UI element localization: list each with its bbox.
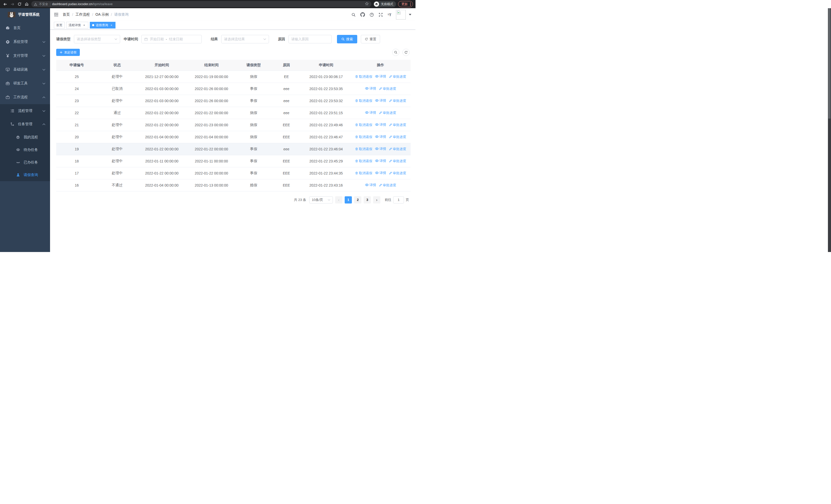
browser-update-menu[interactable]: 更新 [398, 1, 413, 7]
progress-link[interactable]: 审批进度 [389, 98, 406, 103]
detail-link[interactable]: 详情 [375, 158, 386, 163]
robot-icon [16, 135, 20, 139]
breadcrumb-oa[interactable]: OA 示例 [95, 12, 109, 17]
chevron-down-icon [42, 69, 46, 70]
browser-forward-icon[interactable] [10, 2, 15, 7]
browser-refresh-icon[interactable] [17, 2, 22, 7]
progress-link[interactable]: 审批进度 [379, 183, 396, 187]
cancel-link[interactable]: 取消请假 [355, 123, 372, 127]
app-title: 芋道管理系统 [18, 12, 39, 17]
progress-link[interactable]: 审批进度 [389, 159, 406, 164]
progress-link[interactable]: 审批进度 [389, 123, 406, 127]
list-icon [10, 109, 15, 113]
edit-icon [389, 75, 392, 78]
security-warning-icon[interactable] [34, 3, 37, 6]
eye-icon [375, 98, 379, 102]
table-row: 23处理中2022-01-03 00:00:002022-01-26 00:00… [56, 95, 411, 107]
apply-time-range-picker[interactable]: 开始日期 - 结束日期 [141, 35, 202, 43]
sidebar-item-12[interactable]: 请假查询 [0, 169, 50, 181]
sidebar-item-8[interactable]: 任务管理 [0, 118, 50, 131]
progress-link[interactable]: 审批进度 [389, 171, 406, 176]
progress-link[interactable]: 审批进度 [389, 75, 406, 79]
reason-input[interactable] [291, 37, 329, 41]
next-page-button[interactable]: › [373, 196, 380, 204]
table-search-toggle-icon[interactable] [392, 49, 399, 56]
tab-close-icon[interactable]: × [82, 23, 86, 27]
detail-link[interactable]: 详情 [375, 74, 386, 79]
browser-menu-icon[interactable] [410, 3, 411, 6]
sidebar-item-4[interactable]: 基础设施 [0, 63, 50, 77]
sidebar-item-7[interactable]: 流程管理 [0, 104, 50, 118]
bookmark-star-icon[interactable] [365, 2, 369, 7]
sidebar-item-1[interactable]: 首页 [0, 21, 50, 35]
github-icon[interactable] [360, 12, 365, 17]
create-leave-button[interactable]: 发起请假 [56, 49, 80, 56]
table-row: 20处理中2022-01-04 00:00:002022-01-04 00:00… [56, 131, 411, 143]
update-label[interactable]: 更新 [401, 2, 408, 6]
progress-link[interactable]: 审批进度 [389, 135, 406, 139]
detail-link[interactable]: 详情 [365, 86, 376, 91]
search-button[interactable]: 搜索 [337, 35, 357, 43]
sidebar-item-2[interactable]: 系统管理 [0, 35, 50, 49]
reset-button[interactable]: 重置 [361, 35, 380, 43]
cancel-link[interactable]: 取消请假 [355, 75, 372, 79]
cancel-link[interactable]: 取消请假 [355, 147, 372, 151]
sidebar-item-label: 已办任务 [24, 160, 38, 165]
browser-back-icon[interactable] [3, 2, 8, 7]
cancel-link[interactable]: 取消请假 [355, 98, 372, 103]
progress-link[interactable]: 审批进度 [389, 147, 406, 151]
sidebar-item-10[interactable]: 待办任务 [0, 144, 50, 156]
page-button-1[interactable]: 1 [345, 196, 352, 204]
progress-link[interactable]: 审批进度 [379, 111, 396, 115]
breadcrumb-home[interactable]: 首页 [63, 12, 70, 17]
tab-2[interactable]: 流程详情× [66, 22, 88, 28]
detail-link[interactable]: 详情 [365, 110, 376, 115]
page-button-3[interactable]: 3 [364, 196, 371, 204]
tab-1[interactable]: 首页 [54, 22, 65, 28]
sidebar-item-6[interactable]: 工作流程 [0, 90, 50, 104]
breadcrumb-workflow[interactable]: 工作流程 [76, 12, 90, 17]
cancel-link[interactable]: 取消请假 [355, 171, 372, 176]
browser-home-icon[interactable] [24, 2, 29, 7]
app-logo[interactable]: 芋道管理系统 [0, 8, 50, 21]
sidebar-item-11[interactable]: 已办任务 [0, 156, 50, 169]
detail-link[interactable]: 详情 [375, 122, 386, 127]
result-select[interactable]: 请选择流结果 [221, 35, 269, 43]
sidebar-item-9[interactable]: 我的流程 [0, 131, 50, 144]
sidebar-item-label: 我的流程 [24, 135, 38, 140]
row-actions: 取消请假详情审批进度 [350, 131, 411, 143]
progress-link[interactable]: 审批进度 [379, 87, 396, 91]
sidebar-toggle-icon[interactable] [54, 12, 58, 17]
sidebar-item-5[interactable]: 研发工具 [0, 77, 50, 90]
detail-link[interactable]: 详情 [365, 183, 376, 187]
prev-page-button[interactable]: ‹ [335, 196, 342, 204]
edit-icon [379, 111, 382, 114]
page-size-select[interactable]: 10条/页 [309, 196, 333, 204]
detail-link[interactable]: 详情 [375, 98, 386, 103]
url-bar[interactable]: 不安全 dashboard.yudao.iocoder.cn/bpm/oa/le… [31, 1, 371, 7]
row-actions: 取消请假详情审批进度 [350, 167, 411, 179]
cancel-link[interactable]: 取消请假 [355, 159, 372, 164]
font-size-icon[interactable]: TT [388, 13, 391, 17]
help-icon[interactable] [370, 12, 374, 17]
table-refresh-icon[interactable] [402, 49, 409, 56]
trash-icon [355, 171, 358, 175]
url-text[interactable]: dashboard.yudao.iocoder.cn/bpm/oa/leave [52, 2, 113, 6]
leave-type-select[interactable]: 请选择请假类型 [74, 35, 120, 43]
logo-avatar [8, 12, 16, 18]
detail-link[interactable]: 详情 [375, 171, 386, 175]
sidebar-item-3[interactable]: 支付管理 [0, 49, 50, 63]
sidebar-item-label: 研发工具 [13, 81, 28, 86]
search-icon[interactable] [351, 12, 356, 17]
user-avatar[interactable] [396, 10, 406, 20]
page-button-2[interactable]: 2 [354, 196, 361, 204]
detail-link[interactable]: 详情 [375, 147, 386, 151]
tab-3[interactable]: 请假查询× [90, 22, 115, 28]
security-label[interactable]: 不安全 [39, 2, 48, 6]
detail-link[interactable]: 详情 [375, 135, 386, 139]
goto-page-input[interactable] [393, 196, 404, 204]
avatar-caret-icon[interactable] [409, 14, 411, 16]
tab-close-icon[interactable]: × [110, 23, 113, 27]
cancel-link[interactable]: 取消请假 [355, 135, 372, 139]
fullscreen-icon[interactable] [378, 12, 383, 17]
